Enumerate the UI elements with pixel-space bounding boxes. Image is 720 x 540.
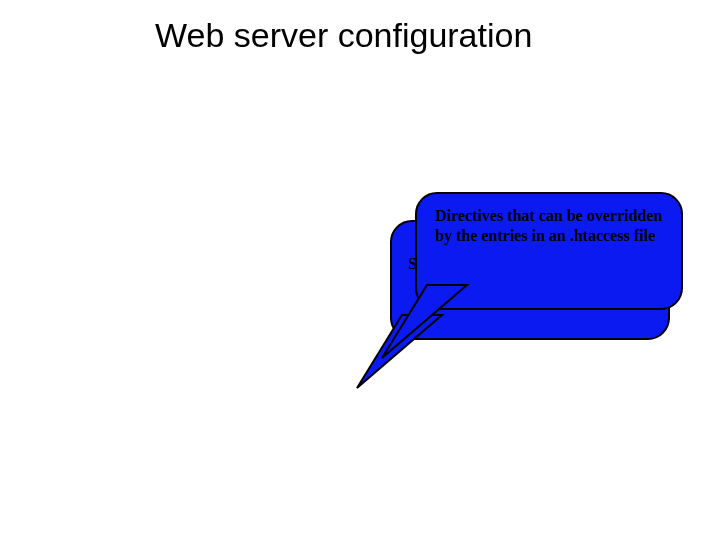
callout-tail-icon (377, 273, 497, 363)
svg-marker-1 (382, 285, 467, 358)
callout-front: Directives that can be overridden by the… (415, 192, 683, 310)
page-title: Web server configuration (155, 16, 532, 55)
callout-front-text: Directives that can be overridden by the… (435, 206, 675, 246)
callout-front-bubble: Directives that can be overridden by the… (415, 192, 683, 310)
